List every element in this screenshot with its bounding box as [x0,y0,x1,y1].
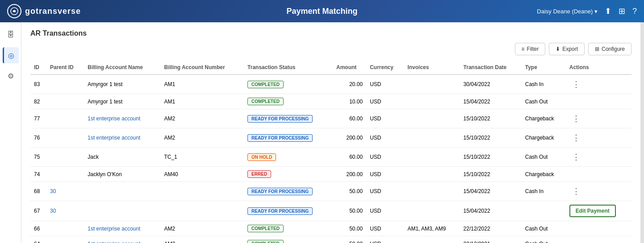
logo-icon [7,4,21,18]
export-button[interactable]: ⬇ Export [549,43,585,55]
cell-type: Cash Out [522,148,566,167]
table-row: 75JackTC_1ON HOLD60.00USD15/10/2022Cash … [30,148,631,167]
status-badge: COMPLETED [247,240,284,243]
cell-currency: USD [366,148,404,167]
cell-billing-account-number: AM40 [160,167,244,182]
cell-transaction-status: READY FOR PROCESSING [244,201,333,221]
table-row: 641st enterprise accountAM2COMPLETED50.0… [30,236,631,243]
cell-transaction-date: 15/04/2022 [460,201,522,221]
cell-type: Cash In [522,182,566,201]
cell-billing-account-name[interactable]: 1st enterprise account [84,128,160,148]
cell-billing-account-number: AM1 [160,74,244,94]
cell-currency: USD [366,94,404,109]
cell-actions[interactable] [566,167,631,182]
cell-actions[interactable]: Edit Payment [566,201,631,221]
cell-type: Chargeback [522,128,566,148]
actions-menu-button[interactable]: ⋮ [569,185,583,197]
table-row: 83Amyrgor 1 testAM1COMPLETED20.00USD30/0… [30,74,631,94]
status-badge: READY FOR PROCESSING [247,115,313,123]
cell-amount: 200.00 [333,167,366,182]
col-type: Type [522,61,566,74]
cell-currency: USD [366,128,404,148]
help-icon[interactable]: ? [632,7,637,16]
cell-amount: 50.00 [333,182,366,201]
edit-payment-button[interactable]: Edit Payment [569,205,616,217]
cell-actions[interactable]: ⋮ [566,74,631,94]
cell-actions[interactable] [566,221,631,236]
cell-actions[interactable]: ⋮ [566,182,631,201]
cell-transaction-date: 30/04/2022 [460,74,522,94]
filter-button[interactable]: ≡ Filter [515,43,546,55]
cell-currency: USD [366,221,404,236]
cell-id: 77 [30,109,46,128]
cell-billing-account-name[interactable]: 1st enterprise account [84,236,160,243]
actions-menu-button[interactable]: ⋮ [569,78,583,90]
cell-type: Chargeback [522,167,566,182]
cell-actions[interactable] [566,94,631,109]
cell-id: 76 [30,128,46,148]
cell-billing-account-number: AM2 [160,236,244,243]
cell-actions[interactable]: ⋮ [566,148,631,167]
configure-icon: ⊞ [595,46,599,52]
cell-actions[interactable] [566,236,631,243]
col-transaction-date: Transaction Date [460,61,522,74]
table-row: 6830READY FOR PROCESSING50.00USD15/04/20… [30,182,631,201]
status-badge: COMPLETED [247,98,284,105]
cell-type: Cash Out [522,221,566,236]
cell-invoices [404,128,460,148]
cell-transaction-status: COMPLETED [244,74,333,94]
sidebar-item-settings[interactable]: ⚙ [3,68,19,84]
cell-billing-account-name[interactable]: 1st enterprise account [84,109,160,128]
scrollbar[interactable] [640,22,644,243]
cell-amount: 10.00 [333,94,366,109]
user-menu[interactable]: Daisy Deane (Deane) ▾ [537,8,598,15]
cell-amount: 20.00 [333,74,366,94]
grid-icon[interactable]: ⊞ [619,6,625,16]
cell-amount: 50.00 [333,201,366,221]
col-actions: Actions [566,61,631,74]
cell-billing-account-name[interactable]: 1st enterprise account [84,221,160,236]
cell-transaction-date: 15/10/2022 [460,167,522,182]
cell-actions[interactable]: ⋮ [566,128,631,148]
header: gotransverse Payment Matching Daisy Dean… [0,0,644,22]
cell-actions[interactable]: ⋮ [566,109,631,128]
cell-invoices [404,74,460,94]
cell-invoices [404,236,460,243]
cell-transaction-status: COMPLETED [244,221,333,236]
cell-id: 64 [30,236,46,243]
cell-id: 74 [30,167,46,182]
cell-parent-id[interactable]: 30 [46,182,84,201]
cell-billing-account-name: Jack [84,148,160,167]
table-row: 82Amyrgor 1 testAM1COMPLETED10.00USD15/0… [30,94,631,109]
configure-button[interactable]: ⊞ Configure [588,43,631,55]
cell-parent-id [46,148,84,167]
cell-currency: USD [366,182,404,201]
actions-menu-button[interactable]: ⋮ [569,151,583,163]
logo-text: gotransverse [25,7,81,16]
cell-transaction-status: COMPLETED [244,94,333,109]
sidebar-item-db[interactable]: 🗄 [3,27,19,43]
actions-menu-button[interactable]: ⋮ [569,113,583,124]
cell-invoices [404,94,460,109]
cell-parent-id [46,74,84,94]
cell-type [522,201,566,221]
cell-parent-id[interactable]: 30 [46,201,84,221]
cell-id: 82 [30,94,46,109]
col-billing-account-number: Billing Account Number [160,61,244,74]
cell-transaction-date: 22/12/2022 [460,221,522,236]
cell-transaction-date: 15/04/2022 [460,182,522,201]
table-row: 771st enterprise accountAM2READY FOR PRO… [30,109,631,128]
page-header-title: Payment Matching [286,7,357,16]
status-badge: READY FOR PROCESSING [247,207,313,215]
sidebar-item-transactions[interactable]: ◎ [3,47,19,63]
col-invoices: Invoices [404,61,460,74]
upload-icon[interactable]: ⬆ [605,6,611,16]
status-badge: ON HOLD [247,153,276,161]
cell-parent-id [46,109,84,128]
actions-menu-button[interactable]: ⋮ [569,132,583,144]
cell-billing-account-name: Amyrgor 1 test [84,94,160,109]
cell-invoices: AM1, AM3, AM9 [404,221,460,236]
col-currency: Currency [366,61,404,74]
cell-transaction-status: COMPLETED [244,236,333,243]
cell-transaction-date: 22/12/2021 [460,236,522,243]
